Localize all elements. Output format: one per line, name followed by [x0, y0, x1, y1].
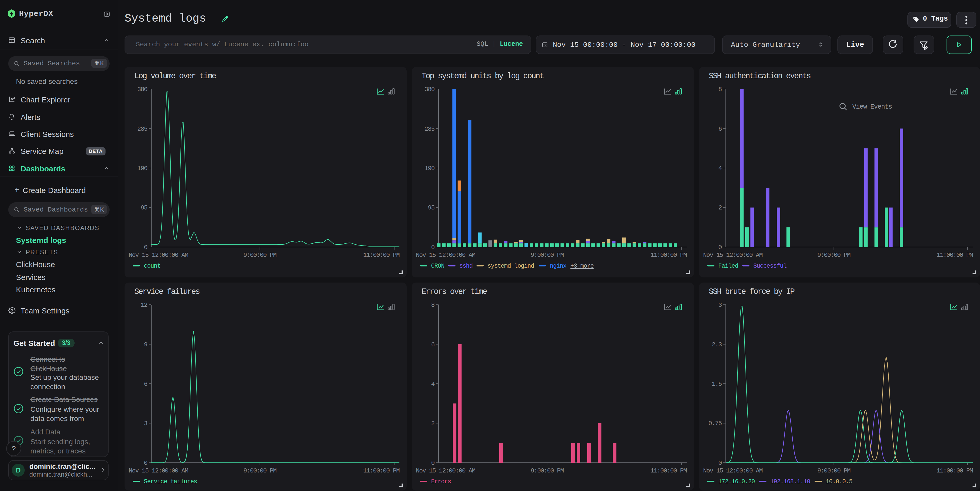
- svg-text:8: 8: [431, 302, 434, 308]
- svg-text:95: 95: [428, 204, 434, 211]
- svg-text:9:00:00 PM: 9:00:00 PM: [243, 467, 277, 474]
- svg-text:Nov 15 12:00:00 AM: Nov 15 12:00:00 AM: [703, 252, 762, 259]
- svg-text:0: 0: [431, 244, 434, 251]
- svg-text:380: 380: [425, 86, 435, 93]
- svg-text:10.0.0.5: 10.0.0.5: [826, 478, 852, 485]
- svg-text:6: 6: [718, 126, 722, 132]
- svg-text:12: 12: [140, 302, 147, 308]
- svg-text:4: 4: [718, 165, 722, 172]
- svg-text:6: 6: [144, 381, 147, 388]
- svg-text:CRON: CRON: [431, 263, 444, 269]
- svg-text:95: 95: [140, 204, 147, 211]
- svg-text:190: 190: [425, 165, 435, 172]
- svg-text:3: 3: [144, 420, 147, 427]
- svg-text:6: 6: [431, 341, 434, 348]
- svg-text:9:00:00 PM: 9:00:00 PM: [531, 252, 563, 259]
- svg-text:Successful: Successful: [753, 263, 786, 269]
- svg-text:2: 2: [718, 204, 722, 211]
- svg-text:2: 2: [431, 420, 434, 427]
- svg-text:172.16.0.20: 172.16.0.20: [718, 478, 755, 485]
- svg-text:285: 285: [425, 126, 435, 132]
- svg-text:190: 190: [137, 165, 148, 172]
- svg-text:View Events: View Events: [852, 103, 892, 111]
- svg-text:9:00:00 PM: 9:00:00 PM: [817, 467, 850, 474]
- svg-text:count: count: [144, 263, 161, 269]
- svg-text:0: 0: [144, 244, 147, 251]
- svg-text:systemd-logind: systemd-logind: [488, 263, 534, 269]
- svg-text:8: 8: [718, 86, 722, 93]
- svg-text:380: 380: [137, 86, 148, 93]
- svg-text:11:00:00 PM: 11:00:00 PM: [650, 252, 687, 259]
- svg-text:Errors: Errors: [431, 478, 451, 485]
- svg-text:3: 3: [718, 302, 722, 308]
- svg-text:Nov 15 12:00:00 AM: Nov 15 12:00:00 AM: [416, 467, 475, 474]
- svg-text:9:00:00 PM: 9:00:00 PM: [531, 467, 563, 474]
- svg-text:Nov 15 12:00:00 AM: Nov 15 12:00:00 AM: [129, 252, 188, 259]
- svg-text:Failed: Failed: [718, 263, 738, 269]
- svg-text:285: 285: [137, 126, 148, 132]
- svg-text:0.75: 0.75: [708, 420, 722, 427]
- svg-text:+3 more: +3 more: [570, 263, 593, 269]
- svg-text:1.5: 1.5: [712, 381, 722, 388]
- svg-text:Service failures: Service failures: [144, 478, 197, 485]
- svg-text:11:00:00 PM: 11:00:00 PM: [650, 467, 687, 474]
- svg-text:2.3: 2.3: [712, 341, 722, 348]
- svg-text:11:00:00 PM: 11:00:00 PM: [937, 467, 973, 474]
- svg-text:11:00:00 PM: 11:00:00 PM: [363, 467, 399, 474]
- svg-text:Nov 15 12:00:00 AM: Nov 15 12:00:00 AM: [416, 252, 475, 259]
- svg-text:192.168.1.10: 192.168.1.10: [770, 478, 810, 485]
- svg-text:9:00:00 PM: 9:00:00 PM: [243, 252, 277, 259]
- svg-text:Nov 15 12:00:00 AM: Nov 15 12:00:00 AM: [129, 467, 188, 474]
- svg-text:0: 0: [431, 459, 434, 467]
- svg-text:11:00:00 PM: 11:00:00 PM: [363, 252, 399, 259]
- svg-text:11:00:00 PM: 11:00:00 PM: [937, 252, 973, 259]
- svg-text:0: 0: [144, 459, 147, 467]
- svg-text:sshd: sshd: [460, 263, 473, 269]
- svg-text:9: 9: [144, 341, 147, 348]
- svg-text:9:00:00 PM: 9:00:00 PM: [817, 252, 850, 259]
- svg-text:4: 4: [431, 381, 435, 388]
- svg-text:0: 0: [718, 244, 722, 251]
- svg-text:0: 0: [718, 459, 722, 467]
- svg-text:Nov 15 12:00:00 AM: Nov 15 12:00:00 AM: [703, 467, 762, 474]
- svg-text:nginx: nginx: [550, 263, 566, 269]
